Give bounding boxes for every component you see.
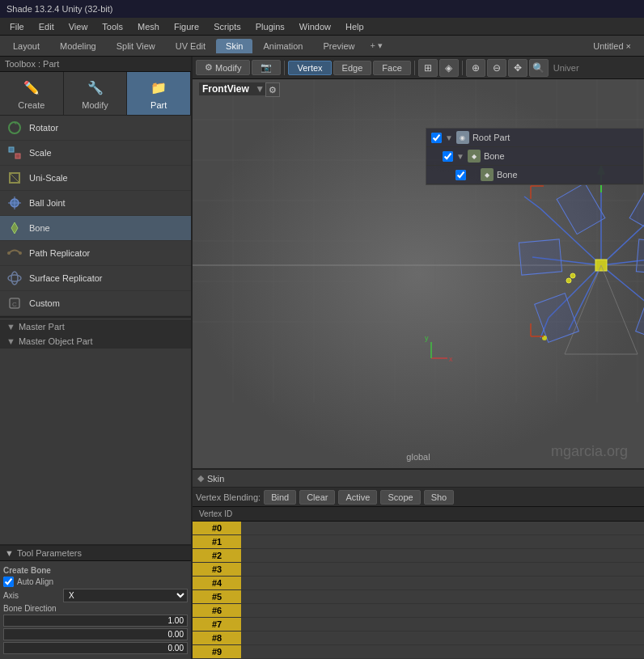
part-tab-icon: 📁 [148,77,169,98]
menu-item-help[interactable]: Help [339,20,371,33]
active-button[interactable]: Active [338,490,377,505]
vt-id-4: #4 [193,577,241,589]
tool-uni-scale[interactable]: Uni-Scale [0,166,191,191]
scene-item-bone1[interactable]: ▼ ◆ Bone [426,147,643,166]
menu-item-plugins[interactable]: Plugins [249,20,291,33]
zoom-in-btn[interactable]: 🔍 [529,59,549,77]
zoom-out-btn[interactable]: ⊖ [487,59,506,77]
tool-ball-joint[interactable]: Ball Joint [0,191,191,216]
toolbox-tabs: ✏️ Create 🔧 Modify 📁 Part [0,72,191,116]
vertex-button[interactable]: Vertex [288,61,331,75]
tab-skin[interactable]: Skin [216,39,252,53]
zoom-fit-btn[interactable]: ⊕ [466,59,485,77]
menu-item-tools[interactable]: Tools [95,20,129,33]
svg-point-0 [9,122,20,133]
modify-button[interactable]: ⚙ Modify [196,60,250,75]
bone-direction-row: Bone Direction [3,604,188,613]
tab-modeling[interactable]: Modeling [50,39,106,53]
vt-row-4[interactable]: #4 [193,577,644,590]
vt-id-9: #9 [193,645,241,658]
bone-val-3[interactable] [3,642,188,654]
surface-replicator-icon [6,270,23,286]
scale-label: Scale [29,148,52,158]
tab-split-view[interactable]: Split View [107,39,165,53]
tool-params-content: Create Bone Auto Align Axis X Y Z Bone D… [0,561,191,659]
vt-row-8[interactable]: #8 [193,632,644,645]
tab-modify[interactable]: 🔧 Modify [64,72,128,115]
uni-scale-icon [6,170,23,186]
tool-bone[interactable]: Bone [0,216,191,241]
master-part-header[interactable]: ▼ Master Part [0,319,191,334]
svg-point-12 [11,272,18,285]
master-object-part-header[interactable]: ▼ Master Object Part [0,334,191,349]
tool-rotator[interactable]: Rotator [0,116,191,141]
tool-params-header[interactable]: ▼ Tool Parameters [0,546,191,561]
vt-row-3[interactable]: #3 [193,563,644,577]
axis-select[interactable]: X Y Z [63,589,188,602]
tab-part[interactable]: 📁 Part [127,72,191,115]
tool-scale[interactable]: Scale [0,141,191,166]
vt-row-7[interactable]: #7 [193,618,644,632]
bind-button[interactable]: Bind [264,490,296,505]
scene-root-checkbox[interactable] [431,133,442,143]
vt-row-9[interactable]: #9 [193,645,644,659]
scope-button[interactable]: Scope [380,490,420,505]
face-button[interactable]: Face [373,61,410,75]
tab-layout[interactable]: Layout [3,39,49,53]
menu-item-file[interactable]: File [3,20,31,33]
vt-row-0[interactable]: #0 [193,522,644,535]
axis-row: Axis X Y Z [3,589,188,602]
viewport-settings-btn[interactable]: ⚙ [265,82,280,97]
svg-point-59 [566,278,571,283]
bone-label: Bone [29,223,50,233]
tool-custom[interactable]: C Custom [0,291,191,316]
bone-val-2[interactable] [3,628,188,640]
tab-create[interactable]: ✏️ Create [0,72,64,115]
menu-item-window[interactable]: Window [293,20,337,33]
show-button[interactable]: Sho [424,490,455,505]
tab-preview[interactable]: Preview [313,39,364,53]
clear-button[interactable]: Clear [299,490,335,505]
tool-parameters: ▼ Tool Parameters Create Bone Auto Align… [0,544,191,659]
skin-toolbar: ◆ Skin [193,470,644,488]
scene-bone1-checkbox[interactable] [443,151,453,162]
camera-button[interactable]: 📷 [252,60,281,75]
scene-item-root[interactable]: ▼ ◉ Root Part [426,129,643,147]
pan-btn[interactable]: ✥ [508,59,527,77]
create-bone-label: Create Bone [3,566,188,575]
tool-path-replicator[interactable]: Path Replicator [0,241,191,266]
tool-surface-replicator[interactable]: Surface Replicator [0,266,191,291]
vt-id-7: #7 [193,618,241,631]
vt-row-5[interactable]: #5 [193,590,644,604]
svg-rect-1 [9,147,14,152]
scene-item-bone2[interactable]: ▼ ◆ Bone [426,166,643,184]
vp-sep-2 [414,61,415,75]
3d-viewport[interactable]: x y FrontView ▼ ⚙ global ▼ ◉ Root Part [193,79,644,468]
vertex-blending-bar: Vertex Blending: Bind Clear Active Scope… [193,488,644,507]
vt-row-2[interactable]: #2 [193,549,644,563]
tab-uv-edit[interactable]: UV Edit [166,39,215,53]
vt-id-8: #8 [193,632,241,644]
scene-bone2-checkbox[interactable] [455,170,466,180]
bone-val-1[interactable] [3,615,188,627]
render-btn[interactable]: ◈ [439,59,459,77]
edge-button[interactable]: Edge [333,61,372,75]
tab-animation[interactable]: Animation [253,39,312,53]
tab-add-button[interactable]: + ▾ [366,38,388,53]
auto-align-checkbox[interactable] [3,577,14,587]
menu-item-figure[interactable]: Figure [167,20,205,33]
menu-item-mesh[interactable]: Mesh [131,20,166,33]
grid-btn[interactable]: ⊞ [418,59,438,77]
skin-label-area: ◆ Skin [197,473,224,484]
modify-tab-icon: 🔧 [85,77,106,98]
menu-item-view[interactable]: View [62,20,95,33]
tab-untitled[interactable]: Untitled × [583,39,641,53]
title-text: Shade 13.2.4 Unity (32-bit) [6,4,112,14]
viewport-toolbar: ⚙ Modify 📷 Vertex Edge Face ⊞ ◈ ⊕ ⊖ ✥ � [193,57,644,79]
vt-row-6[interactable]: #6 [193,604,644,618]
menu-item-scripts[interactable]: Scripts [207,20,248,33]
menu-item-edit[interactable]: Edit [32,20,61,33]
tool-params-arrow: ▼ [5,548,14,558]
scene-hierarchy-panel: ▼ ◉ Root Part ▼ ◆ Bone ▼ ◆ Bone [426,128,644,185]
vt-row-1[interactable]: #1 [193,535,644,549]
